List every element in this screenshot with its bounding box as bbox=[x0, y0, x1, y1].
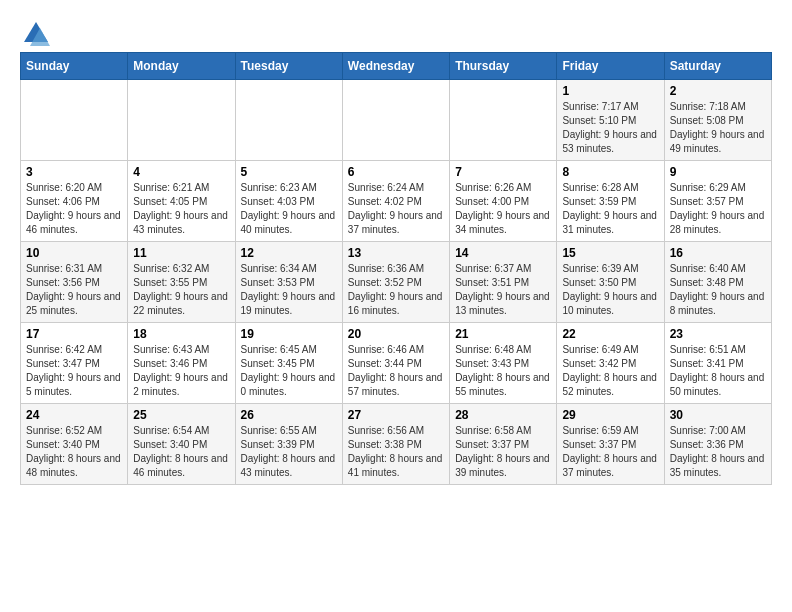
calendar-cell: 19Sunrise: 6:45 AM Sunset: 3:45 PM Dayli… bbox=[235, 323, 342, 404]
weekday-header-tuesday: Tuesday bbox=[235, 53, 342, 80]
day-info: Sunrise: 6:34 AM Sunset: 3:53 PM Dayligh… bbox=[241, 262, 337, 318]
day-info: Sunrise: 6:58 AM Sunset: 3:37 PM Dayligh… bbox=[455, 424, 551, 480]
calendar-cell: 28Sunrise: 6:58 AM Sunset: 3:37 PM Dayli… bbox=[450, 404, 557, 485]
weekday-row: SundayMondayTuesdayWednesdayThursdayFrid… bbox=[21, 53, 772, 80]
day-number: 30 bbox=[670, 408, 766, 422]
calendar-cell bbox=[128, 80, 235, 161]
calendar-cell bbox=[450, 80, 557, 161]
calendar-cell: 10Sunrise: 6:31 AM Sunset: 3:56 PM Dayli… bbox=[21, 242, 128, 323]
day-info: Sunrise: 6:55 AM Sunset: 3:39 PM Dayligh… bbox=[241, 424, 337, 480]
calendar-body: 1Sunrise: 7:17 AM Sunset: 5:10 PM Daylig… bbox=[21, 80, 772, 485]
day-number: 5 bbox=[241, 165, 337, 179]
calendar-cell: 21Sunrise: 6:48 AM Sunset: 3:43 PM Dayli… bbox=[450, 323, 557, 404]
day-info: Sunrise: 6:28 AM Sunset: 3:59 PM Dayligh… bbox=[562, 181, 658, 237]
day-number: 9 bbox=[670, 165, 766, 179]
day-number: 6 bbox=[348, 165, 444, 179]
day-number: 21 bbox=[455, 327, 551, 341]
day-info: Sunrise: 7:17 AM Sunset: 5:10 PM Dayligh… bbox=[562, 100, 658, 156]
calendar-header: SundayMondayTuesdayWednesdayThursdayFrid… bbox=[21, 53, 772, 80]
day-info: Sunrise: 6:43 AM Sunset: 3:46 PM Dayligh… bbox=[133, 343, 229, 399]
calendar-cell: 7Sunrise: 6:26 AM Sunset: 4:00 PM Daylig… bbox=[450, 161, 557, 242]
day-info: Sunrise: 6:20 AM Sunset: 4:06 PM Dayligh… bbox=[26, 181, 122, 237]
calendar-cell: 18Sunrise: 6:43 AM Sunset: 3:46 PM Dayli… bbox=[128, 323, 235, 404]
calendar-cell: 8Sunrise: 6:28 AM Sunset: 3:59 PM Daylig… bbox=[557, 161, 664, 242]
calendar-cell: 3Sunrise: 6:20 AM Sunset: 4:06 PM Daylig… bbox=[21, 161, 128, 242]
calendar-cell bbox=[235, 80, 342, 161]
day-number: 10 bbox=[26, 246, 122, 260]
calendar-cell: 30Sunrise: 7:00 AM Sunset: 3:36 PM Dayli… bbox=[664, 404, 771, 485]
calendar-cell: 26Sunrise: 6:55 AM Sunset: 3:39 PM Dayli… bbox=[235, 404, 342, 485]
weekday-header-thursday: Thursday bbox=[450, 53, 557, 80]
day-number: 8 bbox=[562, 165, 658, 179]
day-info: Sunrise: 6:21 AM Sunset: 4:05 PM Dayligh… bbox=[133, 181, 229, 237]
calendar-cell: 20Sunrise: 6:46 AM Sunset: 3:44 PM Dayli… bbox=[342, 323, 449, 404]
day-info: Sunrise: 6:48 AM Sunset: 3:43 PM Dayligh… bbox=[455, 343, 551, 399]
calendar-cell: 29Sunrise: 6:59 AM Sunset: 3:37 PM Dayli… bbox=[557, 404, 664, 485]
calendar-cell: 16Sunrise: 6:40 AM Sunset: 3:48 PM Dayli… bbox=[664, 242, 771, 323]
day-info: Sunrise: 6:46 AM Sunset: 3:44 PM Dayligh… bbox=[348, 343, 444, 399]
logo-icon bbox=[22, 20, 50, 48]
weekday-header-saturday: Saturday bbox=[664, 53, 771, 80]
day-number: 22 bbox=[562, 327, 658, 341]
calendar-week-row: 10Sunrise: 6:31 AM Sunset: 3:56 PM Dayli… bbox=[21, 242, 772, 323]
day-number: 13 bbox=[348, 246, 444, 260]
day-number: 25 bbox=[133, 408, 229, 422]
day-number: 12 bbox=[241, 246, 337, 260]
calendar-cell: 25Sunrise: 6:54 AM Sunset: 3:40 PM Dayli… bbox=[128, 404, 235, 485]
day-info: Sunrise: 6:31 AM Sunset: 3:56 PM Dayligh… bbox=[26, 262, 122, 318]
day-info: Sunrise: 6:29 AM Sunset: 3:57 PM Dayligh… bbox=[670, 181, 766, 237]
calendar-cell: 13Sunrise: 6:36 AM Sunset: 3:52 PM Dayli… bbox=[342, 242, 449, 323]
day-number: 14 bbox=[455, 246, 551, 260]
day-info: Sunrise: 6:51 AM Sunset: 3:41 PM Dayligh… bbox=[670, 343, 766, 399]
day-info: Sunrise: 6:37 AM Sunset: 3:51 PM Dayligh… bbox=[455, 262, 551, 318]
calendar-cell: 17Sunrise: 6:42 AM Sunset: 3:47 PM Dayli… bbox=[21, 323, 128, 404]
day-number: 17 bbox=[26, 327, 122, 341]
calendar-cell: 15Sunrise: 6:39 AM Sunset: 3:50 PM Dayli… bbox=[557, 242, 664, 323]
day-number: 20 bbox=[348, 327, 444, 341]
weekday-header-sunday: Sunday bbox=[21, 53, 128, 80]
day-info: Sunrise: 6:36 AM Sunset: 3:52 PM Dayligh… bbox=[348, 262, 444, 318]
calendar-cell: 14Sunrise: 6:37 AM Sunset: 3:51 PM Dayli… bbox=[450, 242, 557, 323]
day-number: 27 bbox=[348, 408, 444, 422]
weekday-header-wednesday: Wednesday bbox=[342, 53, 449, 80]
day-info: Sunrise: 7:18 AM Sunset: 5:08 PM Dayligh… bbox=[670, 100, 766, 156]
day-number: 29 bbox=[562, 408, 658, 422]
calendar-week-row: 3Sunrise: 6:20 AM Sunset: 4:06 PM Daylig… bbox=[21, 161, 772, 242]
day-number: 16 bbox=[670, 246, 766, 260]
calendar-cell: 11Sunrise: 6:32 AM Sunset: 3:55 PM Dayli… bbox=[128, 242, 235, 323]
calendar-cell: 2Sunrise: 7:18 AM Sunset: 5:08 PM Daylig… bbox=[664, 80, 771, 161]
day-number: 3 bbox=[26, 165, 122, 179]
day-number: 18 bbox=[133, 327, 229, 341]
day-info: Sunrise: 6:45 AM Sunset: 3:45 PM Dayligh… bbox=[241, 343, 337, 399]
weekday-header-friday: Friday bbox=[557, 53, 664, 80]
day-number: 11 bbox=[133, 246, 229, 260]
day-info: Sunrise: 6:39 AM Sunset: 3:50 PM Dayligh… bbox=[562, 262, 658, 318]
calendar-cell: 24Sunrise: 6:52 AM Sunset: 3:40 PM Dayli… bbox=[21, 404, 128, 485]
day-number: 1 bbox=[562, 84, 658, 98]
day-info: Sunrise: 6:42 AM Sunset: 3:47 PM Dayligh… bbox=[26, 343, 122, 399]
weekday-header-monday: Monday bbox=[128, 53, 235, 80]
calendar-cell: 4Sunrise: 6:21 AM Sunset: 4:05 PM Daylig… bbox=[128, 161, 235, 242]
logo bbox=[20, 20, 50, 42]
day-info: Sunrise: 6:23 AM Sunset: 4:03 PM Dayligh… bbox=[241, 181, 337, 237]
day-info: Sunrise: 6:40 AM Sunset: 3:48 PM Dayligh… bbox=[670, 262, 766, 318]
day-number: 15 bbox=[562, 246, 658, 260]
calendar-cell: 27Sunrise: 6:56 AM Sunset: 3:38 PM Dayli… bbox=[342, 404, 449, 485]
calendar-cell bbox=[342, 80, 449, 161]
day-number: 4 bbox=[133, 165, 229, 179]
calendar-cell: 23Sunrise: 6:51 AM Sunset: 3:41 PM Dayli… bbox=[664, 323, 771, 404]
calendar-cell: 6Sunrise: 6:24 AM Sunset: 4:02 PM Daylig… bbox=[342, 161, 449, 242]
day-info: Sunrise: 7:00 AM Sunset: 3:36 PM Dayligh… bbox=[670, 424, 766, 480]
calendar-cell: 22Sunrise: 6:49 AM Sunset: 3:42 PM Dayli… bbox=[557, 323, 664, 404]
page-header bbox=[20, 20, 772, 42]
day-number: 26 bbox=[241, 408, 337, 422]
day-info: Sunrise: 6:26 AM Sunset: 4:00 PM Dayligh… bbox=[455, 181, 551, 237]
calendar-cell: 12Sunrise: 6:34 AM Sunset: 3:53 PM Dayli… bbox=[235, 242, 342, 323]
day-number: 19 bbox=[241, 327, 337, 341]
day-info: Sunrise: 6:49 AM Sunset: 3:42 PM Dayligh… bbox=[562, 343, 658, 399]
day-number: 28 bbox=[455, 408, 551, 422]
day-number: 24 bbox=[26, 408, 122, 422]
calendar-cell: 5Sunrise: 6:23 AM Sunset: 4:03 PM Daylig… bbox=[235, 161, 342, 242]
day-info: Sunrise: 6:56 AM Sunset: 3:38 PM Dayligh… bbox=[348, 424, 444, 480]
calendar-week-row: 17Sunrise: 6:42 AM Sunset: 3:47 PM Dayli… bbox=[21, 323, 772, 404]
